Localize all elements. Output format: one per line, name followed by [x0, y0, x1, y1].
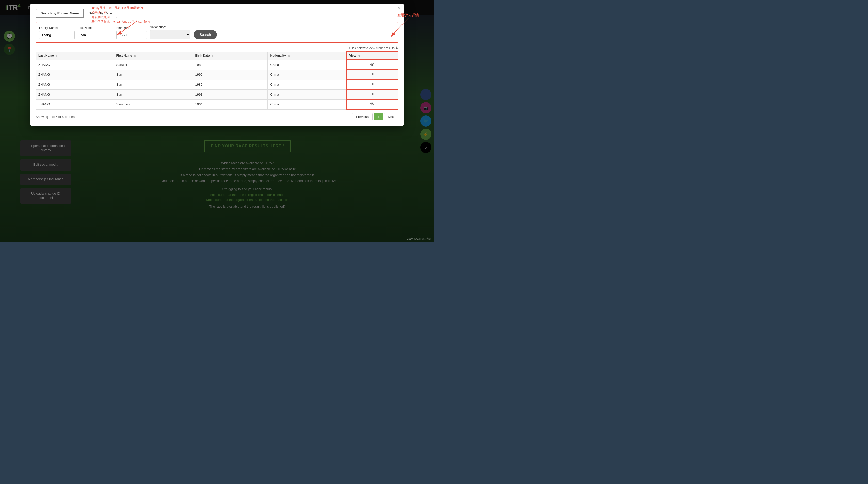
view-eye-icon-1[interactable]: 👁: [370, 62, 375, 67]
cell-nationality-5: China: [268, 99, 346, 109]
first-name-group: First Name::: [78, 26, 113, 39]
cell-firstname-2: San: [114, 70, 192, 80]
birth-year-label: Birth Year::: [116, 26, 147, 30]
sort-icon-view[interactable]: ⇅: [358, 54, 360, 57]
cell-firstname-3: San: [114, 80, 192, 89]
search-modal: × Search by Runner Name Search by Race F…: [30, 4, 404, 125]
click-info-text: Click below to view runner results ⬇: [36, 46, 398, 50]
col-nationality: Nationality ⇅: [268, 52, 346, 60]
view-cell-1[interactable]: 👁: [346, 60, 398, 70]
cell-lastname-5: ZHANG: [36, 99, 114, 109]
cell-firstname-4: San: [114, 89, 192, 99]
table-row: ZHANG Sancheng 1964 China 👁: [36, 99, 398, 109]
cell-birthdate-3: 1989: [192, 80, 268, 89]
col-birth-date: Birth Date ⇅: [192, 52, 268, 60]
col-last-name: Last Name ⇅: [36, 52, 114, 60]
family-name-label: Family Name:: [39, 26, 75, 30]
cell-birthdate-5: 1964: [192, 99, 268, 109]
view-cell-3[interactable]: 👁: [346, 80, 398, 89]
birth-year-input[interactable]: [116, 31, 147, 39]
table-row: ZHANG Sanwei 1988 China 👁: [36, 60, 398, 70]
cell-firstname-1: Sanwei: [114, 60, 192, 70]
cell-birthdate-2: 1990: [192, 70, 268, 80]
cell-nationality-4: China: [268, 89, 346, 99]
nationality-select[interactable]: - China: [150, 30, 190, 39]
sort-icon-birthdate[interactable]: ⇅: [212, 54, 214, 57]
sort-icon-nationality[interactable]: ⇅: [288, 54, 290, 57]
tab-runner-name[interactable]: Search by Runner Name: [36, 9, 84, 18]
view-eye-icon-4[interactable]: 👁: [370, 92, 375, 97]
search-button[interactable]: Search: [193, 30, 217, 39]
first-name-input[interactable]: [78, 31, 113, 39]
nationality-label: Nationality::: [150, 25, 190, 29]
pagination-controls: Previous 1 Next: [352, 113, 398, 120]
next-button[interactable]: Next: [384, 113, 398, 120]
col-first-name: First Name ⇅: [114, 52, 192, 60]
down-arrow-icon: ⬇: [395, 46, 398, 50]
nationality-group: Nationality:: - China: [150, 25, 190, 39]
pagination-area: Showing 1 to 5 of 5 entries Previous 1 N…: [36, 113, 398, 120]
modal-close-button[interactable]: ×: [398, 6, 401, 11]
cell-nationality-1: China: [268, 60, 346, 70]
cell-lastname-3: ZHANG: [36, 80, 114, 89]
view-cell-2[interactable]: 👁: [346, 70, 398, 80]
family-name-group: Family Name:: [39, 26, 75, 39]
showing-entries: Showing 1 to 5 of 5 entries: [36, 115, 75, 119]
watermark: CSDN @CTRA王大大: [407, 237, 432, 241]
cell-lastname-2: ZHANG: [36, 70, 114, 80]
table-row: ZHANG San 1989 China 👁: [36, 80, 398, 89]
tab-race[interactable]: Search by Race: [84, 9, 117, 18]
table-header-row: Last Name ⇅ First Name ⇅ Birth Date ⇅ Na…: [36, 52, 398, 60]
cell-birthdate-1: 1988: [192, 60, 268, 70]
family-name-input[interactable]: [39, 31, 75, 39]
cell-nationality-3: China: [268, 80, 346, 89]
page-1-button[interactable]: 1: [374, 113, 383, 120]
birth-year-group: Birth Year::: [116, 26, 147, 39]
results-table: Last Name ⇅ First Name ⇅ Birth Date ⇅ Na…: [36, 51, 398, 110]
view-cell-5[interactable]: 👁: [346, 99, 398, 109]
cell-firstname-5: Sancheng: [114, 99, 192, 109]
cell-lastname-4: ZHANG: [36, 89, 114, 99]
view-eye-icon-3[interactable]: 👁: [370, 82, 375, 87]
sort-icon-firstname[interactable]: ⇅: [134, 54, 136, 57]
sort-icon-lastname[interactable]: ⇅: [56, 54, 58, 57]
view-eye-icon-2[interactable]: 👁: [370, 72, 375, 77]
table-row: ZHANG San 1991 China 👁: [36, 89, 398, 99]
cell-birthdate-4: 1991: [192, 89, 268, 99]
first-name-label: First Name::: [78, 26, 113, 30]
search-form: Family Name: First Name:: Birth Year:: N…: [36, 22, 398, 43]
view-eye-icon-5[interactable]: 👁: [370, 102, 375, 107]
cell-lastname-1: ZHANG: [36, 60, 114, 70]
previous-button[interactable]: Previous: [352, 113, 373, 120]
col-view: View ⇅: [346, 52, 398, 60]
modal-tabs: Search by Runner Name Search by Race: [36, 9, 398, 18]
cell-nationality-2: China: [268, 70, 346, 80]
table-row: ZHANG San 1990 China 👁: [36, 70, 398, 80]
view-cell-4[interactable]: 👁: [346, 89, 398, 99]
